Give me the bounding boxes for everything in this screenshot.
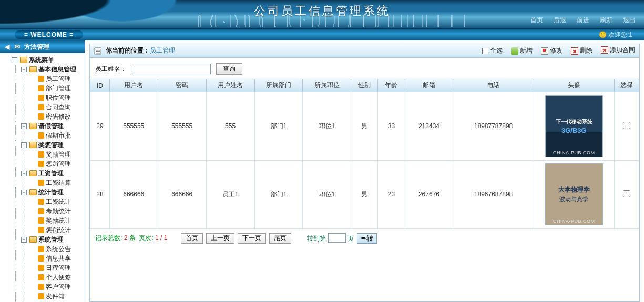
tree-leaf[interactable]: 个人便签	[30, 273, 84, 282]
pager-jump-input[interactable]	[328, 233, 346, 243]
chevron-left-icon[interactable]: ◀	[3, 43, 11, 50]
table-header-cell: 选择	[614, 79, 639, 92]
tree-leaf[interactable]: 信息共享	[30, 254, 84, 263]
folder-icon	[29, 123, 37, 129]
tree-leaf[interactable]: 考勤统计	[30, 206, 84, 216]
collapse-icon[interactable]: −	[21, 237, 27, 243]
leaf-icon	[38, 76, 44, 82]
contract-icon	[601, 46, 608, 54]
delete-button[interactable]: 删除	[571, 46, 592, 55]
table-cell: 部门1	[254, 160, 303, 228]
tree-root-label: 系统菜单	[29, 55, 54, 65]
search-button[interactable]: 查询	[216, 63, 242, 75]
tree-group-label: 系统管理	[38, 235, 64, 244]
tree-leaf-label: 个人便签	[46, 273, 71, 282]
pager-go[interactable]: ➠转	[357, 233, 377, 244]
greeting-prefix: 欢迎您:	[608, 31, 629, 38]
pager-page-fraction: 1 / 1	[155, 234, 167, 242]
new-button[interactable]: 新增	[511, 46, 533, 55]
pager-next[interactable]: 下一页	[238, 233, 266, 244]
sidebar-header: ◀ ✉ 方法管理	[0, 40, 85, 53]
row-checkbox[interactable]	[623, 190, 630, 197]
tree-leaf[interactable]: 发件箱	[30, 291, 84, 301]
add-contract-button[interactable]: 添加合同	[601, 46, 635, 54]
select-all-toggle[interactable]: 全选	[482, 46, 503, 55]
tree-leaf[interactable]: 奖励管理	[30, 150, 84, 159]
pager-unit: 条	[129, 234, 136, 242]
search-row: 员工姓名： 查询	[90, 58, 639, 79]
table-cell: 职位1	[303, 92, 351, 160]
tree-group[interactable]: −奖惩管理	[21, 140, 84, 150]
table-cell: 555555	[109, 92, 158, 160]
tree-group[interactable]: −系统管理	[21, 235, 84, 244]
pager-last[interactable]: 尾页	[269, 233, 291, 244]
table-cell: 员工1	[206, 160, 254, 228]
avatar-image: 大学物理学波动与光学CHINA-PUB.COM	[545, 163, 603, 225]
checkbox-icon	[482, 48, 488, 54]
tree-leaf[interactable]: 员工管理	[30, 74, 84, 84]
collapse-icon[interactable]: −	[12, 57, 17, 63]
collapse-icon[interactable]: −	[21, 67, 27, 72]
search-input[interactable]	[132, 64, 211, 74]
table-header-cell: 邮箱	[405, 79, 453, 92]
tree-leaf[interactable]: 日程管理	[30, 263, 84, 273]
row-checkbox[interactable]	[623, 122, 630, 129]
tree-leaf[interactable]: 惩罚管理	[30, 159, 84, 169]
tree-leaf[interactable]: 惩罚统计	[30, 225, 84, 235]
tree-leaf-label: 信息共享	[46, 254, 71, 263]
tree-leaf[interactable]: 密码修改	[30, 112, 84, 121]
collapse-icon[interactable]: −	[21, 171, 27, 176]
tree-leaf-label: 系统公告	[46, 244, 71, 254]
tree-leaf[interactable]: 合同查询	[30, 102, 84, 112]
nav-logout[interactable]: 退出	[623, 16, 636, 25]
tree-leaf[interactable]: 部门管理	[30, 84, 84, 93]
tree-leaf[interactable]: 工资统计	[30, 197, 84, 206]
table-header-cell: 密码	[158, 79, 206, 92]
tree-group[interactable]: −基本信息管理	[21, 65, 84, 74]
tree-group-label: 基本信息管理	[38, 65, 76, 74]
leaf-icon	[38, 284, 44, 290]
edit-button[interactable]: 修改	[541, 46, 563, 55]
collapse-icon[interactable]: −	[21, 142, 27, 148]
pager-first[interactable]: 首页	[181, 233, 203, 244]
tree-leaf[interactable]: 职位管理	[30, 93, 84, 102]
leaf-icon	[38, 255, 44, 262]
tree-leaf[interactable]: 假期审批	[30, 131, 84, 140]
breadcrumb-icon: ▤	[94, 47, 101, 55]
delete-icon	[571, 47, 578, 55]
header-swoosh	[0, 0, 221, 29]
nav-back[interactable]: 后退	[554, 16, 566, 25]
nav-tree: − 系统菜单 −基本信息管理员工管理部门管理职位管理合同查询密码修改−请假管理假…	[0, 53, 85, 302]
search-label: 员工姓名：	[95, 65, 127, 74]
table-cell: 男	[351, 92, 378, 160]
pager-total-label: 记录总数:	[95, 234, 122, 242]
leaf-icon	[38, 95, 44, 101]
nav-refresh[interactable]: 刷新	[600, 16, 612, 25]
table-header-cell: 所属职位	[303, 79, 351, 92]
welcome-strip: = WELCOME = 🙂 欢迎您:1	[0, 29, 644, 40]
tree-leaf[interactable]: 系统公告	[30, 244, 84, 254]
leaf-icon	[38, 132, 44, 139]
collapse-icon[interactable]: −	[21, 123, 27, 129]
tree-group-label: 请假管理	[38, 121, 64, 131]
table-cell: 18987787898	[453, 92, 534, 160]
avatar-cell: 大学物理学波动与光学CHINA-PUB.COM	[534, 160, 614, 228]
tree-root[interactable]: − 系统菜单	[12, 55, 84, 65]
nav-forward[interactable]: 前进	[577, 16, 589, 25]
collapse-icon[interactable]: −	[21, 190, 27, 195]
pager-prev[interactable]: 上一页	[206, 233, 234, 244]
tree-leaf[interactable]: 奖励统计	[30, 216, 84, 225]
table-cell: 18967687898	[453, 160, 534, 228]
tree-group[interactable]: −统计管理	[21, 188, 84, 197]
tree-leaf[interactable]: 工资结算	[30, 178, 84, 188]
breadcrumb-bar: ▤ 你当前的位置：员工管理 全选 新增 修改 删除 添加合同	[90, 44, 639, 58]
nav-home[interactable]: 首页	[530, 16, 543, 25]
leaf-icon	[38, 104, 44, 110]
tree-leaf[interactable]: 客户管理	[30, 282, 84, 291]
folder-icon	[29, 236, 37, 243]
welcome-badge: = WELCOME =	[15, 30, 83, 39]
table-cell: 555	[206, 92, 254, 160]
tree-group[interactable]: −请假管理	[21, 121, 84, 131]
tree-group[interactable]: −工资管理	[21, 169, 84, 178]
table-row: 28666666666666员工1部门1职位1男2326767618967687…	[90, 160, 639, 228]
